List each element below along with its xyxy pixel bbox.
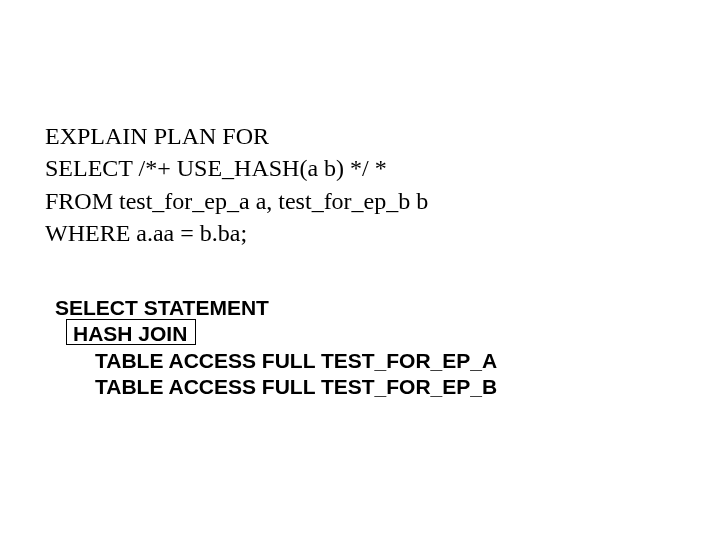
sql-line-3: FROM test_for_ep_a a, test_for_ep_b b <box>45 188 428 214</box>
plan-hash-join: HASH JOIN <box>73 321 187 347</box>
plan-table-access-b: TABLE ACCESS FULL TEST_FOR_EP_B <box>95 374 497 400</box>
execution-plan-block: SELECT STATEMENT HASH JOIN TABLE ACCESS … <box>55 295 497 400</box>
sql-code-block: EXPLAIN PLAN FOR SELECT /*+ USE_HASH(a b… <box>45 120 428 250</box>
plan-select-statement: SELECT STATEMENT <box>55 295 497 321</box>
plan-table-access-a: TABLE ACCESS FULL TEST_FOR_EP_A <box>95 348 497 374</box>
sql-line-1: EXPLAIN PLAN FOR <box>45 123 269 149</box>
sql-line-4: WHERE a.aa = b.ba; <box>45 220 247 246</box>
sql-line-2: SELECT /*+ USE_HASH(a b) */ * <box>45 155 387 181</box>
